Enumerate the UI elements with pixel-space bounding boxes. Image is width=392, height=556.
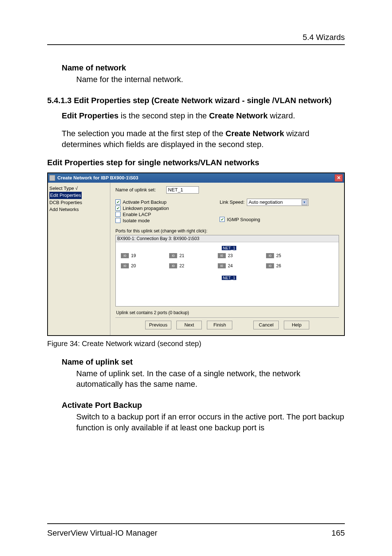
- input-name-of-uplink-set[interactable]: [166, 186, 199, 194]
- next-button[interactable]: Next: [176, 321, 202, 329]
- term-name-of-uplink-set: Name of uplink set: [62, 357, 345, 367]
- figure-caption: Figure 34: Create Network wizard (second…: [47, 340, 345, 348]
- tree-item-add-networks[interactable]: Add Networks: [49, 206, 109, 213]
- dialog-create-network: Create Network for IBP BX900-1\S03 ✕ Sel…: [47, 173, 345, 336]
- port-label: 19: [131, 253, 136, 258]
- previous-button[interactable]: Previous: [145, 321, 172, 329]
- port-25[interactable]: I025: [266, 253, 281, 258]
- close-button[interactable]: ✕: [335, 174, 343, 182]
- port-led-icon: I0: [266, 253, 274, 258]
- help-button[interactable]: Help: [284, 321, 309, 329]
- select-link-speed[interactable]: Auto negotiation ▾: [247, 199, 309, 206]
- label-linkdown-propagation: Linkdown propagation: [123, 206, 169, 211]
- port-led-icon: I0: [266, 263, 274, 268]
- bold-edit-properties: Edit Properties: [62, 111, 118, 120]
- header-rule: [47, 44, 345, 45]
- txt2: wizard.: [268, 111, 295, 120]
- net-tag-top: NET_1: [222, 246, 236, 250]
- checkbox-activate-port-backup[interactable]: ✔: [115, 199, 121, 204]
- dialog-titlebar[interactable]: Create Network for IBP BX900-1\S03 ✕: [48, 173, 344, 183]
- checkbox-igmp-snooping[interactable]: ✔: [220, 217, 225, 222]
- wizard-form-pane: Name of uplink set: ✔ Activate Port Back…: [110, 183, 344, 335]
- port-led-icon: I0: [121, 263, 129, 268]
- term-activate-port-backup: Activate Port Backup: [62, 401, 345, 410]
- bold-create-network-2: Create Network: [225, 129, 284, 138]
- uplink-summary: Uplink set contains 2 ports (0 backup): [115, 307, 339, 317]
- txt1: is the second step in the: [118, 111, 209, 120]
- txt3: The selection you made at the first step…: [62, 129, 225, 138]
- page-footer: ServerView Virtual-IO Manager 165: [47, 523, 345, 538]
- label-enable-lacp: Enable LACP: [123, 212, 151, 217]
- footer-rule: [47, 523, 345, 524]
- checkbox-enable-lacp[interactable]: [115, 212, 121, 217]
- wizard-button-bar: Previous Next Finish Cancel Help: [115, 317, 339, 332]
- link-speed-value: Auto negotiation: [249, 199, 283, 205]
- label-activate-port-backup: Activate Port Backup: [123, 199, 167, 205]
- dialog-title: Create Network for IBP BX900-1\S03: [57, 175, 138, 180]
- checkbox-isolate-mode[interactable]: [115, 218, 121, 223]
- cancel-button[interactable]: Cancel: [253, 321, 279, 329]
- label-isolate-mode: Isolate mode: [123, 218, 150, 223]
- def-name-of-uplink-set: Name of uplink set. In the case of a sin…: [76, 368, 345, 390]
- port-label: 24: [228, 263, 233, 268]
- port-23[interactable]: I023: [218, 253, 233, 258]
- def-activate-port-backup: Switch to a backup port if an error occu…: [76, 411, 345, 433]
- port-21[interactable]: I021: [169, 253, 184, 258]
- port-led-icon: I0: [218, 253, 226, 258]
- ports-area[interactable]: BX900-1: Connection Bay 3: BX900-1\S03 N…: [115, 235, 339, 307]
- ports-header: BX900-1: Connection Bay 3: BX900-1\S03: [116, 235, 339, 242]
- app-icon: [49, 175, 55, 181]
- port-22[interactable]: I022: [169, 263, 184, 268]
- port-24[interactable]: I024: [218, 263, 233, 268]
- heading-5-4-1-3: 5.4.1.3 Edit Properties step (Create Net…: [47, 96, 345, 105]
- header-section: 5.4 Wizards: [47, 33, 345, 42]
- term-name-of-network: Name of network: [62, 63, 345, 73]
- close-icon: ✕: [337, 175, 341, 180]
- port-led-icon: I0: [169, 253, 177, 258]
- bold-create-network-1: Create Network: [209, 111, 268, 120]
- label-ports-caption: Ports for this uplink set (change with r…: [115, 228, 339, 234]
- chevron-down-icon: ▾: [302, 199, 307, 205]
- label-name-of-uplink-set: Name of uplink set:: [115, 187, 166, 192]
- tree-item-select-type[interactable]: Select Type √: [49, 185, 109, 192]
- checkbox-linkdown-propagation[interactable]: ✔: [115, 206, 121, 211]
- port-19[interactable]: I019: [121, 253, 136, 258]
- para-selection: The selection you made at the first step…: [62, 128, 345, 150]
- net-tag-bottom: NET_1: [222, 276, 236, 280]
- port-20[interactable]: I020: [121, 263, 136, 268]
- def-name-of-network: Name for the internal network.: [76, 74, 345, 85]
- para-edit-properties-intro: Edit Properties is the second step in th…: [62, 110, 345, 121]
- tree-item-edit-properties[interactable]: Edit Properties: [49, 192, 82, 199]
- port-label: 25: [276, 253, 281, 258]
- label-link-speed: Link Speed:: [220, 199, 245, 205]
- port-led-icon: I0: [121, 253, 129, 258]
- port-label: 20: [131, 263, 136, 268]
- footer-page-number: 165: [331, 528, 345, 538]
- finish-button[interactable]: Finish: [207, 321, 232, 329]
- port-label: 26: [276, 263, 281, 268]
- port-led-icon: I0: [169, 263, 177, 268]
- footer-product: ServerView Virtual-IO Manager: [47, 528, 158, 538]
- port-label: 22: [179, 263, 184, 268]
- wizard-step-tree[interactable]: Select Type √ Edit Properties DCB Proper…: [48, 183, 110, 335]
- port-label: 21: [179, 253, 184, 258]
- port-label: 23: [228, 253, 233, 258]
- heading-edit-properties-step: Edit Properties step for single networks…: [47, 158, 345, 167]
- label-igmp-snooping: IGMP Snooping: [227, 217, 260, 222]
- tree-item-dcb-properties[interactable]: DCB Properties: [49, 199, 109, 206]
- port-26[interactable]: I026: [266, 263, 281, 268]
- port-led-icon: I0: [218, 263, 226, 268]
